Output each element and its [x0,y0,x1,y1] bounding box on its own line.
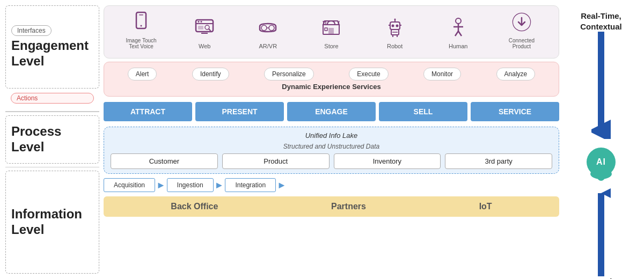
web-icon [194,17,215,41]
interface-label-connected-product: Connected Product [509,38,535,49]
divider-1 [5,111,99,112]
pipeline-arrow-2: ► [215,180,224,191]
interface-label-arvr: AR/VR [259,43,277,49]
ai-bubble-container: AI [587,144,616,180]
svg-line-35 [455,31,458,36]
svg-point-32 [456,18,461,24]
information-title: Information Level [11,207,82,238]
svg-point-11 [261,25,267,31]
pipeline-row: Acquisition ► Ingestion ► Integration ► [104,177,559,193]
svg-rect-18 [325,28,327,31]
svg-point-25 [394,19,396,20]
store-icon [320,17,342,41]
right-side: Real-Time, Contextual AI [564,5,639,274]
data-chip-inventory: Inventory [334,153,441,169]
dynamic-services-label: Dynamic Experience Services [112,83,551,91]
interface-item-store: Store [312,17,350,49]
interface-label-phone: Image Touch Text Voice [126,38,157,49]
middle-content: Image Touch Text Voice [104,5,559,274]
engagement-label-box: Interfaces Engagement Level [5,5,99,89]
process-title: Process Level [11,124,61,155]
interface-item-phone: Image Touch Text Voice [122,11,160,49]
data-chip-customer: Customer [111,153,218,169]
interface-label-human: Human [449,43,467,49]
action-chip-identify: Identify [192,68,229,80]
action-chip-execute: Execute [349,68,388,80]
connected-product-icon [511,11,532,35]
action-chip-analyze: Analyze [496,68,536,80]
data-items-row: Customer Product Inventory 3rd party [111,153,552,169]
svg-rect-17 [328,28,334,34]
interfaces-row: Image Touch Text Voice [112,11,551,53]
interface-item-human: Human [439,17,478,49]
phone-icon [130,11,152,35]
svg-point-12 [269,25,274,31]
process-chip-engage: ENGAGE [287,102,376,121]
pipeline-arrow-1: ► [156,180,166,191]
information-label-box: Information Level [5,171,99,274]
svg-point-42 [590,171,612,179]
actions-row: Alert Identify Personalize Execute Monit… [112,68,551,80]
pipeline-arrow-3: ► [277,180,287,191]
svg-point-23 [396,25,398,27]
engagement-title: Engagement Level [11,38,89,69]
interfaces-tag: Interfaces [11,25,52,36]
svg-line-36 [458,31,462,36]
lake-subtitle: Structured and Unstructured Data [111,143,552,150]
svg-point-22 [391,25,394,27]
robot-icon [384,17,406,41]
interface-item-arvr: AR/VR [248,17,287,49]
svg-point-5 [198,21,200,23]
interface-label-store: Store [324,43,338,49]
unified-lake: Unified Info Lake Structured and Unstruc… [104,127,559,174]
pipeline-item-ingestion: Ingestion ► [167,178,225,192]
svg-point-1 [141,25,142,27]
svg-point-6 [201,21,202,23]
actions-tag: Actions [11,93,94,104]
interface-item-web: Web [185,17,224,49]
bottom-item-backoffice: Back Office [171,202,218,211]
engagement-section: Image Touch Text Voice [104,5,559,58]
process-chip-present: PRESENT [195,102,284,121]
ai-label: AI [596,157,606,167]
data-chip-3rdparty: 3rd party [445,153,552,169]
information-section: Unified Info Lake Structured and Unstruc… [104,127,559,274]
interface-item-connected-product: Connected Product [502,11,541,49]
process-chip-service: SERVICE [471,102,559,121]
interface-label-robot: Robot [387,43,402,49]
divider-2 [5,167,99,168]
action-chip-personalize: Personalize [264,68,314,80]
down-arrow-block: Real-Time, Contextual [580,5,622,139]
up-arrow-svg [591,185,611,276]
pipeline-box-acquisition: Acquisition [104,178,155,192]
up-arrow-block: Hyper-Micro Segmentation [574,185,627,279]
actions-section: Alert Identify Personalize Execute Monit… [104,62,559,97]
bottom-item-iot: IoT [479,202,492,211]
actions-label-area: Actions [5,91,99,108]
pipeline-item-integration: Integration ► [225,178,288,192]
down-arrow-svg [591,32,611,139]
svg-rect-7 [198,26,203,30]
pipeline-box-integration: Integration [225,178,276,192]
process-chip-sell: SELL [379,102,467,121]
lake-title: Unified Info Lake [111,131,552,140]
ai-head-svg [587,171,616,182]
svg-rect-2 [139,14,143,16]
right-section-wrapper: Real-Time, Contextual AI [574,5,627,274]
bottom-bar: Back Office Partners IoT [104,196,559,217]
action-chip-alert: Alert [128,68,157,80]
pipeline-box-ingestion: Ingestion [167,178,214,192]
right-label-top: Real-Time, Contextual [580,11,622,32]
process-chip-attract: ATTRACT [104,102,192,121]
arvr-icon [257,17,279,41]
human-icon [448,17,469,41]
svg-line-9 [209,29,210,31]
action-chip-monitor: Monitor [423,68,461,80]
data-chip-product: Product [222,153,330,169]
process-section: ATTRACT PRESENT ENGAGE SELL SERVICE [104,100,559,123]
right-label-bottom: Hyper-Micro Segmentation [574,276,627,279]
interface-label-web: Web [199,43,210,49]
interface-item-robot: Robot [376,17,414,49]
pipeline-item-acquisition: Acquisition ► [104,178,167,192]
process-label-box: Process Level [5,115,99,164]
